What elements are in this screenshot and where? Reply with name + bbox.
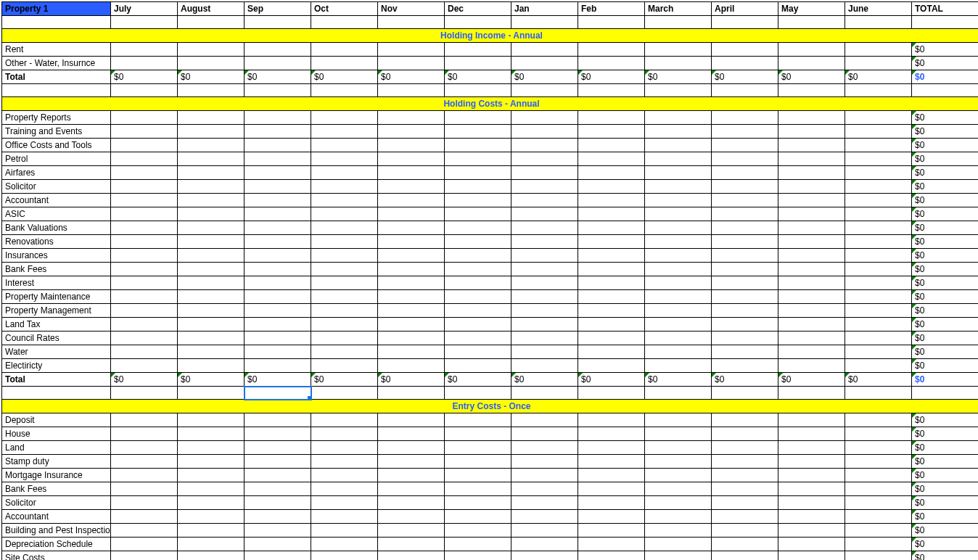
header-month-5[interactable]: Dec	[445, 2, 511, 16]
cell[interactable]	[578, 180, 645, 194]
cell[interactable]	[111, 304, 178, 318]
cell[interactable]	[778, 510, 845, 524]
cell[interactable]	[445, 524, 511, 538]
cell[interactable]	[845, 290, 912, 304]
cell[interactable]	[311, 387, 378, 400]
cell[interactable]	[578, 139, 645, 152]
row-label[interactable]: Bank Fees	[2, 482, 111, 496]
row-total[interactable]: $0	[912, 111, 979, 125]
cell[interactable]	[244, 318, 311, 332]
cell[interactable]	[511, 207, 578, 221]
cell[interactable]	[712, 332, 778, 345]
cell[interactable]	[511, 84, 578, 97]
cell[interactable]	[845, 57, 912, 70]
cell[interactable]	[378, 263, 445, 276]
row-total[interactable]: $0	[912, 235, 979, 249]
cell[interactable]	[778, 482, 845, 496]
cell[interactable]	[244, 524, 311, 538]
row-label[interactable]: Water	[2, 345, 111, 359]
cell[interactable]	[2, 16, 111, 29]
cell[interactable]	[578, 235, 645, 249]
cell[interactable]	[111, 469, 178, 482]
cell[interactable]	[645, 194, 712, 207]
cell[interactable]	[712, 180, 778, 194]
row-label[interactable]: Airfares	[2, 166, 111, 180]
cell[interactable]	[578, 194, 645, 207]
cell[interactable]	[378, 538, 445, 551]
cell[interactable]	[445, 345, 511, 359]
row-total[interactable]: $0	[912, 194, 979, 207]
cell[interactable]	[578, 482, 645, 496]
cell[interactable]	[511, 249, 578, 263]
header-month-3[interactable]: Oct	[311, 2, 378, 16]
total-label[interactable]: Total	[2, 70, 111, 84]
cell[interactable]	[378, 249, 445, 263]
cell[interactable]	[511, 387, 578, 400]
cell[interactable]	[645, 57, 712, 70]
cell[interactable]	[311, 276, 378, 290]
cell[interactable]	[845, 139, 912, 152]
cell[interactable]	[778, 166, 845, 180]
cell[interactable]	[845, 455, 912, 469]
row-total[interactable]: $0	[912, 496, 979, 510]
cell[interactable]	[845, 111, 912, 125]
cell[interactable]	[845, 207, 912, 221]
total-month-0[interactable]: $0	[111, 70, 178, 84]
cell[interactable]	[712, 43, 778, 57]
cell[interactable]	[311, 332, 378, 345]
cell[interactable]	[845, 125, 912, 139]
cell[interactable]	[511, 524, 578, 538]
cell[interactable]	[178, 166, 244, 180]
cell[interactable]	[311, 166, 378, 180]
cell[interactable]	[845, 551, 912, 561]
row-total[interactable]: $0	[912, 263, 979, 276]
cell[interactable]	[845, 276, 912, 290]
header-month-11[interactable]: June	[845, 2, 912, 16]
cell[interactable]	[244, 207, 311, 221]
cell[interactable]	[378, 318, 445, 332]
cell[interactable]	[645, 455, 712, 469]
row-total[interactable]: $0	[912, 139, 979, 152]
cell[interactable]	[712, 441, 778, 455]
cell[interactable]	[378, 482, 445, 496]
row-total[interactable]: $0	[912, 441, 979, 455]
cell[interactable]	[511, 111, 578, 125]
cell[interactable]	[244, 482, 311, 496]
cell[interactable]	[311, 207, 378, 221]
row-total[interactable]: $0	[912, 152, 979, 166]
cell[interactable]	[378, 427, 445, 441]
row-label[interactable]: Other - Water, Insurnce	[2, 57, 111, 70]
row-label[interactable]: Petrol	[2, 152, 111, 166]
cell[interactable]	[111, 345, 178, 359]
cell[interactable]	[445, 207, 511, 221]
cell[interactable]	[111, 455, 178, 469]
cell[interactable]	[445, 318, 511, 332]
cell[interactable]	[445, 469, 511, 482]
cell[interactable]	[311, 194, 378, 207]
cell[interactable]	[445, 152, 511, 166]
cell[interactable]	[511, 455, 578, 469]
row-label[interactable]: Property Maintenance	[2, 290, 111, 304]
row-label[interactable]: Bank Fees	[2, 263, 111, 276]
cell[interactable]	[244, 332, 311, 345]
cell[interactable]	[645, 125, 712, 139]
total-month-1[interactable]: $0	[178, 373, 244, 387]
cell[interactable]	[511, 332, 578, 345]
total-month-9[interactable]: $0	[712, 373, 778, 387]
cell[interactable]	[645, 111, 712, 125]
cell[interactable]	[511, 263, 578, 276]
header-month-9[interactable]: April	[712, 2, 778, 16]
header-total[interactable]: TOTAL	[912, 2, 979, 16]
cell[interactable]	[578, 111, 645, 125]
cell[interactable]	[778, 84, 845, 97]
cell[interactable]	[244, 290, 311, 304]
row-total[interactable]: $0	[912, 413, 979, 427]
cell[interactable]	[311, 496, 378, 510]
cell[interactable]	[511, 510, 578, 524]
cell[interactable]	[244, 111, 311, 125]
total-month-0[interactable]: $0	[111, 373, 178, 387]
cell[interactable]	[178, 359, 244, 373]
cell[interactable]	[645, 332, 712, 345]
cell[interactable]	[778, 43, 845, 57]
row-total[interactable]: $0	[912, 469, 979, 482]
